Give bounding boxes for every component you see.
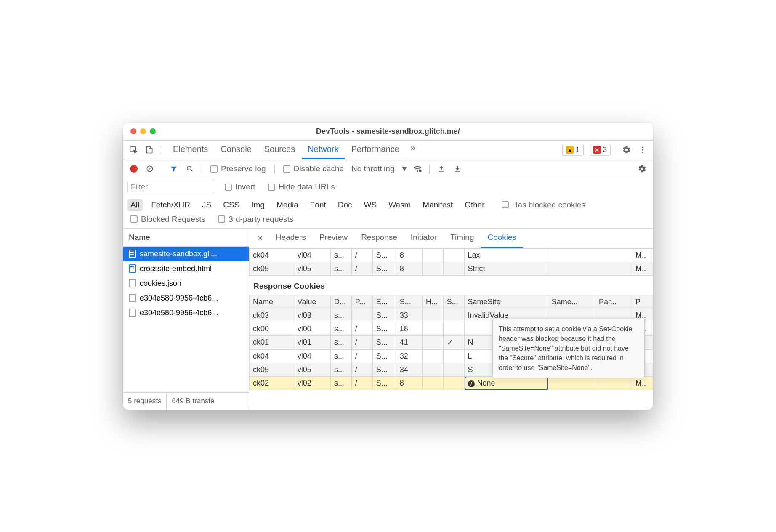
- warnings-badge[interactable]: ▲1: [562, 144, 583, 156]
- fullscreen-window-icon[interactable]: [150, 128, 156, 134]
- response-cookies-heading: Response Cookies: [249, 276, 653, 295]
- transfer-size: 649 B transfe: [167, 393, 249, 410]
- minimize-window-icon[interactable]: [140, 128, 146, 134]
- search-icon[interactable]: [183, 162, 197, 176]
- table-row-blocked[interactable]: ck02vl02s.../S...8 iNone M..: [250, 376, 653, 390]
- tab-performance[interactable]: Performance: [345, 141, 406, 159]
- table-row[interactable]: ck05vl05s.../S...8StrictM..: [250, 262, 653, 275]
- download-har-icon[interactable]: [451, 162, 464, 176]
- filter-input[interactable]: [127, 181, 215, 193]
- errors-count: 3: [603, 146, 607, 154]
- info-icon: i: [468, 380, 475, 387]
- svg-rect-12: [439, 171, 444, 172]
- close-detail-icon[interactable]: ×: [252, 230, 269, 246]
- hide-data-urls-checkbox[interactable]: Hide data URLs: [265, 182, 338, 192]
- detail-tab-initiator[interactable]: Initiator: [404, 229, 444, 248]
- request-row[interactable]: e304e580-9956-4cb6...: [123, 291, 249, 306]
- request-row[interactable]: cookies.json: [123, 276, 249, 291]
- filter-row-2: Blocked Requests 3rd-party requests: [123, 213, 653, 229]
- third-party-checkbox[interactable]: 3rd-party requests: [215, 215, 297, 224]
- detail-tab-response[interactable]: Response: [354, 229, 404, 248]
- svg-rect-13: [455, 171, 460, 172]
- filter-js[interactable]: JS: [199, 199, 215, 211]
- svg-line-9: [191, 170, 192, 171]
- window-title: DevTools - samesite-sandbox.glitch.me/: [123, 127, 653, 136]
- more-tabs-icon[interactable]: »: [406, 141, 420, 159]
- preserve-log-checkbox[interactable]: Preserve log: [207, 164, 269, 173]
- separator: [615, 145, 615, 154]
- blocked-requests-checkbox[interactable]: Blocked Requests: [127, 215, 209, 224]
- close-window-icon[interactable]: [130, 128, 136, 134]
- filter-xhr[interactable]: Fetch/XHR: [148, 199, 194, 211]
- tab-network[interactable]: Network: [302, 141, 344, 159]
- svg-point-4: [642, 149, 643, 150]
- request-row[interactable]: crosssite-embed.html: [123, 261, 249, 276]
- record-button[interactable]: [127, 162, 141, 176]
- errors-badge[interactable]: ✕3: [590, 144, 611, 156]
- request-row[interactable]: samesite-sandbox.gli...: [123, 247, 249, 261]
- detail-tab-preview[interactable]: Preview: [313, 229, 355, 248]
- filter-css[interactable]: CSS: [220, 199, 243, 211]
- table-header-row[interactable]: NameValueD...P...E...S...H...S...SameSit…: [250, 295, 653, 309]
- upload-har-icon[interactable]: [435, 162, 448, 176]
- device-toolbar-icon[interactable]: [142, 143, 157, 157]
- request-count: 5 requests: [123, 393, 167, 410]
- disable-cache-checkbox[interactable]: Disable cache: [280, 164, 347, 173]
- request-list: Name samesite-sandbox.gli... crosssite-e…: [123, 229, 249, 410]
- inspect-element-icon[interactable]: [126, 143, 141, 157]
- throttling-select[interactable]: No throttling ▼: [350, 164, 408, 173]
- devtools-window: DevTools - samesite-sandbox.glitch.me/ E…: [123, 123, 653, 410]
- tab-elements[interactable]: Elements: [167, 141, 214, 159]
- filter-wasm[interactable]: Wasm: [385, 199, 414, 211]
- filter-toggle-icon[interactable]: [167, 162, 181, 176]
- request-cookies-table-fragment: ck04vl04s.../S...8LaxM.. ck05vl05s.../S.…: [249, 248, 653, 276]
- file-icon: [129, 279, 136, 287]
- svg-point-5: [642, 152, 643, 153]
- network-toolbar: Preserve log Disable cache No throttling…: [123, 160, 653, 178]
- invert-checkbox[interactable]: Invert: [221, 182, 259, 192]
- window-controls: [123, 128, 156, 134]
- detail-tab-timing[interactable]: Timing: [444, 229, 481, 248]
- panel-tabs: Elements Console Sources Network Perform…: [167, 141, 420, 159]
- request-list-header: Name: [123, 229, 249, 247]
- detail-tab-headers[interactable]: Headers: [269, 229, 313, 248]
- svg-point-10: [417, 170, 418, 172]
- filter-all[interactable]: All: [127, 199, 143, 211]
- tab-console[interactable]: Console: [215, 141, 257, 159]
- panel-settings-icon[interactable]: [635, 162, 649, 176]
- document-icon: [129, 250, 136, 258]
- chevron-down-icon: ▼: [400, 164, 408, 173]
- network-content: Name samesite-sandbox.gli... crosssite-e…: [123, 229, 653, 410]
- filter-other[interactable]: Other: [461, 199, 488, 211]
- settings-icon[interactable]: [619, 143, 634, 157]
- svg-rect-2: [149, 149, 152, 153]
- has-blocked-cookies-checkbox[interactable]: Has blocked cookies: [498, 200, 589, 210]
- detail-tabs: × Headers Preview Response Initiator Tim…: [249, 229, 653, 248]
- separator: [202, 164, 202, 173]
- filter-row: Invert Hide data URLs: [123, 178, 653, 196]
- filter-manifest[interactable]: Manifest: [419, 199, 456, 211]
- kebab-menu-icon[interactable]: [635, 143, 650, 157]
- filter-ws[interactable]: WS: [361, 199, 380, 211]
- file-icon: [129, 294, 136, 302]
- main-toolbar: Elements Console Sources Network Perform…: [123, 141, 653, 160]
- samesite-cell-blocked[interactable]: iNone: [464, 376, 548, 390]
- table-row[interactable]: ck04vl04s.../S...8LaxM..: [250, 248, 653, 262]
- separator: [274, 164, 275, 173]
- request-row[interactable]: e304e580-9956-4cb6...: [123, 306, 249, 320]
- resource-type-filter: All Fetch/XHR JS CSS Img Media Font Doc …: [123, 196, 653, 213]
- filter-font[interactable]: Font: [307, 199, 330, 211]
- warnings-count: 1: [576, 146, 579, 154]
- filter-img[interactable]: Img: [248, 199, 268, 211]
- filter-media[interactable]: Media: [273, 199, 302, 211]
- titlebar: DevTools - samesite-sandbox.glitch.me/: [123, 123, 653, 141]
- tab-sources[interactable]: Sources: [258, 141, 301, 159]
- separator: [161, 145, 161, 154]
- clear-icon[interactable]: [143, 162, 157, 176]
- cookie-blocked-tooltip: This attempt to set a cookie via a Set-C…: [492, 319, 645, 378]
- network-conditions-icon[interactable]: [411, 162, 424, 176]
- detail-tab-cookies[interactable]: Cookies: [481, 229, 523, 248]
- filter-doc[interactable]: Doc: [335, 199, 356, 211]
- file-icon: [129, 309, 136, 317]
- svg-line-7: [148, 167, 152, 171]
